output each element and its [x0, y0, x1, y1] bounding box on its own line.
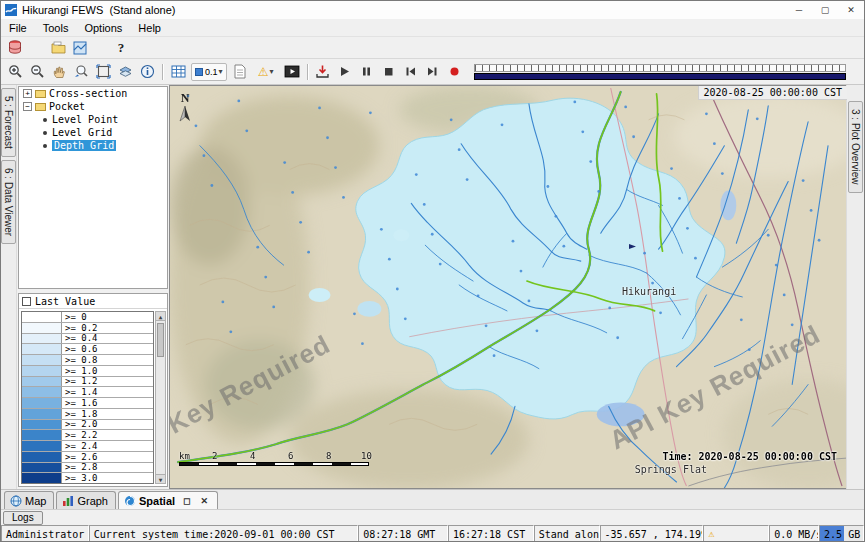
- warnings-dropdown-button[interactable]: ⚠ ▾: [252, 62, 280, 82]
- legend-swatch: [22, 323, 62, 333]
- timeline-progress-bar[interactable]: [474, 73, 846, 80]
- app-icon: [5, 4, 17, 16]
- pause-button[interactable]: [357, 62, 377, 82]
- spatial-map[interactable]: 2020-08-25 00:00:00 CST N API Key Requir…: [169, 85, 848, 489]
- legend-row: >= 0.2: [22, 323, 153, 334]
- zoom-in-button[interactable]: [5, 62, 25, 82]
- legend-label: >= 2.6: [62, 452, 98, 462]
- info-button[interactable]: [137, 62, 157, 82]
- menu-help[interactable]: Help: [130, 21, 169, 35]
- legend-label: >= 3.0: [62, 473, 98, 483]
- help-button[interactable]: ?: [111, 38, 131, 58]
- status-network-rate: 0.0 MB/s: [769, 525, 819, 542]
- tree-item-pocket[interactable]: − Pocket: [19, 100, 167, 113]
- status-memory: 2.5 GB: [819, 525, 864, 542]
- tree-item-level-point[interactable]: Level Point: [19, 113, 167, 126]
- bullet-icon: [43, 144, 47, 148]
- grid-display-button[interactable]: [168, 62, 188, 82]
- zoom-out-button[interactable]: [27, 62, 47, 82]
- animation-icon: [284, 65, 300, 78]
- legend-swatch: [22, 355, 62, 365]
- station-marker-icon[interactable]: [628, 244, 637, 257]
- play-icon: [338, 65, 351, 78]
- timeline-ruler[interactable]: [474, 64, 846, 72]
- help-icon: ?: [118, 40, 125, 56]
- legend-label: >= 2.0: [62, 420, 98, 430]
- tab-map[interactable]: Map: [4, 491, 54, 509]
- status-warning-cell[interactable]: ⚠: [703, 525, 769, 542]
- layers-button[interactable]: [115, 62, 135, 82]
- tab-graph[interactable]: Graph: [56, 491, 116, 509]
- legend-scrollbar[interactable]: ▲ ▼: [155, 311, 166, 484]
- tree-item-depth-grid[interactable]: Depth Grid: [19, 139, 167, 152]
- zoom-out-icon: [30, 64, 45, 79]
- collapse-icon[interactable]: −: [23, 102, 32, 111]
- step-forward-icon: [426, 65, 439, 78]
- last-value-checkbox[interactable]: [22, 297, 31, 306]
- timeline-slider[interactable]: [474, 64, 846, 80]
- scale-bar: km 2 4 6 8 10: [179, 451, 389, 466]
- maximize-button[interactable]: ▢: [812, 1, 838, 19]
- north-label: N: [179, 91, 191, 106]
- legend-label: >= 1.4: [62, 387, 98, 397]
- legend-label: >= 0.8: [62, 355, 98, 365]
- zoom-extent-button[interactable]: [93, 62, 113, 82]
- map-canvas[interactable]: [170, 86, 847, 488]
- open-display-icon[interactable]: [48, 38, 68, 58]
- step-back-button[interactable]: [401, 62, 421, 82]
- stop-button[interactable]: [379, 62, 399, 82]
- legend-label: >= 0.6: [62, 344, 98, 354]
- map-display-icon[interactable]: [70, 38, 90, 58]
- legend-row: >= 2.0: [22, 420, 153, 431]
- record-button[interactable]: [445, 62, 465, 82]
- legend-label: >= 0: [62, 312, 87, 322]
- scale-tick: 6: [288, 451, 293, 461]
- globe-icon: [10, 495, 22, 507]
- zoom-previous-button[interactable]: [71, 62, 91, 82]
- export-animation-button[interactable]: [313, 62, 333, 82]
- contour-interval-button[interactable]: 0.1 ▾: [191, 63, 227, 81]
- legend-swatch: [22, 366, 62, 376]
- status-bar: Administrator Current system time:2020-0…: [1, 525, 864, 542]
- legend-swatch: [22, 409, 62, 419]
- scroll-up-icon[interactable]: ▲: [156, 312, 165, 321]
- legend-swatch: [22, 473, 62, 483]
- window-title: Hikurangi FEWS (Stand alone): [22, 4, 175, 16]
- database-icon[interactable]: [5, 38, 25, 58]
- tree-item-cross-section[interactable]: + Cross-section: [19, 87, 167, 100]
- logs-button[interactable]: Logs: [3, 511, 43, 525]
- town-label-springs-flat: Springs Flat: [635, 464, 707, 475]
- left-tab-strip: 5 : Forecast 6 : Data Viewer: [1, 85, 17, 489]
- minimize-button[interactable]: ─: [786, 1, 812, 19]
- legend-swatch: [22, 344, 62, 354]
- menu-tools[interactable]: Tools: [35, 21, 77, 35]
- map-toolbar: 0.1 ▾ ⚠ ▾: [1, 59, 864, 85]
- expand-icon[interactable]: +: [23, 89, 32, 98]
- menu-options[interactable]: Options: [76, 21, 130, 35]
- pane-restore-button[interactable]: ◻: [181, 496, 192, 506]
- legend-panel: Last Value >= 0 >= 0.2 >= 0.4 >= 0.6 >= …: [18, 293, 168, 487]
- close-button[interactable]: ✕: [838, 1, 864, 19]
- play-button[interactable]: [335, 62, 355, 82]
- chevron-down-icon: ▾: [219, 67, 223, 76]
- legend-row: >= 0.4: [22, 334, 153, 345]
- tab-label: Graph: [77, 495, 108, 507]
- step-forward-button[interactable]: [423, 62, 443, 82]
- tab-spatial[interactable]: Spatial ◻ ✕: [118, 491, 218, 509]
- chart-icon: [62, 495, 74, 507]
- scale-tick: 8: [326, 451, 331, 461]
- tab-plot-overview[interactable]: 3 : Plot Overview: [848, 101, 863, 193]
- animation-button[interactable]: [282, 62, 302, 82]
- scrollbar-thumb[interactable]: [157, 323, 164, 357]
- pane-close-button[interactable]: ✕: [199, 496, 211, 506]
- legend-row: >= 1.2: [22, 377, 153, 388]
- sidebar-tab-data-viewer[interactable]: 6 : Data Viewer: [1, 160, 16, 244]
- legend-row: >= 0.6: [22, 344, 153, 355]
- scroll-down-icon[interactable]: ▼: [156, 474, 165, 483]
- document-button[interactable]: [230, 62, 250, 82]
- pan-button[interactable]: [49, 62, 69, 82]
- tree-item-level-grid[interactable]: Level Grid: [19, 126, 167, 139]
- menu-file[interactable]: File: [1, 21, 35, 35]
- north-arrow: N: [179, 91, 191, 126]
- sidebar-tab-forecast[interactable]: 5 : Forecast: [1, 88, 16, 157]
